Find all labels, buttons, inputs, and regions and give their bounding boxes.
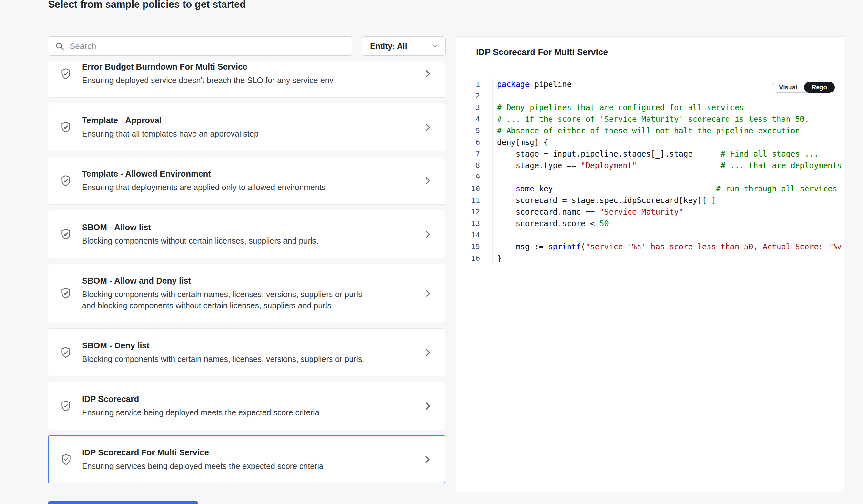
- chevron-right-icon: [423, 288, 433, 298]
- chevron-right-icon: [423, 347, 433, 358]
- chevron-down-icon: [432, 42, 439, 50]
- chevron-right-icon: [422, 454, 433, 465]
- code-line-content: }: [493, 253, 501, 264]
- policy-title: Template - Approval: [82, 115, 403, 126]
- code-line-content: scorecard.name == "Service Maturity": [493, 206, 683, 218]
- policy-text: SBOM - Allow and Deny listBlocking compo…: [82, 275, 403, 311]
- code-editor-lines: 1package pipeline23# Deny pipelines that…: [456, 79, 843, 264]
- policy-description: Ensuring services being deployed meets t…: [82, 461, 366, 472]
- chevron-right-icon: [423, 401, 433, 411]
- code-line: 6deny[msg] {: [456, 137, 843, 148]
- policy-list-item[interactable]: Template - ApprovalEnsuring that all tem…: [48, 103, 445, 151]
- policy-description: Ensuring that deployments are applied on…: [82, 182, 366, 193]
- code-line: 4# ... if the score of 'Service Maturity…: [456, 114, 843, 125]
- chevron-right-icon: [423, 176, 433, 186]
- policy-list-item[interactable]: IDP Scorecard For Multi ServiceEnsuring …: [48, 435, 445, 483]
- code-line: 15 msg := sprintf("service '%s' has scor…: [456, 241, 843, 253]
- code-line-content: stage.type == "Deployment" # ... that ar…: [493, 160, 842, 171]
- line-number: 16: [456, 253, 493, 264]
- policy-title: IDP Scorecard: [82, 393, 403, 404]
- policy-list-item[interactable]: SBOM - Deny listBlocking components with…: [48, 328, 445, 376]
- code-line-content: scorecard = stage.spec.idpScorecard[key]…: [493, 195, 716, 206]
- code-line-content: deny[msg] {: [493, 137, 548, 148]
- line-number: 9: [456, 171, 493, 183]
- policy-list-item[interactable]: SBOM - Allow and Deny listBlocking compo…: [48, 263, 445, 323]
- policy-detail-panel: IDP Scorecard For Multi Service 1package…: [456, 36, 844, 492]
- code-line-content: # ... if the score of 'Service Maturity'…: [493, 114, 809, 125]
- code-line: 3# Deny pipelines that are configured fo…: [456, 102, 843, 114]
- toggle-rego-button[interactable]: Rego: [804, 82, 835, 93]
- code-line: 7 stage = input.pipeline.stages[_].stage…: [456, 148, 843, 160]
- sample-policies-page: Select from sample policies to get start…: [0, 0, 863, 504]
- line-number: 7: [456, 148, 493, 160]
- bottom-partial-button[interactable]: [48, 501, 198, 504]
- line-number: 1: [456, 79, 493, 90]
- chevron-right-icon: [423, 122, 433, 132]
- policy-text: IDP Scorecard For Multi ServiceEnsuring …: [82, 447, 403, 472]
- code-line-content: scorecard.score < 50: [493, 218, 609, 230]
- chevron-right-icon: [423, 69, 433, 79]
- policy-list-item[interactable]: IDP ScorecardEnsuring service being depl…: [48, 382, 445, 430]
- policy-description: Blocking components with certain names, …: [82, 289, 366, 311]
- line-number: 13: [456, 218, 493, 230]
- policy-text: Template - Allowed EnvironmentEnsuring t…: [82, 168, 403, 193]
- code-line-content: some key # run through all services: [493, 183, 837, 195]
- line-number: 14: [456, 230, 493, 241]
- policy-text: SBOM - Deny listBlocking components with…: [82, 340, 403, 365]
- detail-panel-header: IDP Scorecard For Multi Service: [456, 37, 843, 68]
- policy-text: SBOM - Allow listBlocking components wit…: [82, 222, 403, 246]
- policy-list-item[interactable]: Template - Allowed EnvironmentEnsuring t…: [48, 157, 445, 205]
- shield-check-icon: [59, 175, 72, 187]
- policy-title: SBOM - Allow and Deny list: [82, 275, 403, 286]
- shield-check-icon: [59, 67, 72, 80]
- code-line: 14: [456, 230, 843, 241]
- toggle-visual-button[interactable]: Visual: [772, 82, 804, 92]
- code-line-content: [493, 90, 497, 102]
- detail-panel-title: IDP Scorecard For Multi Service: [476, 47, 608, 57]
- code-line: 8 stage.type == "Deployment" # ... that …: [456, 160, 843, 171]
- code-line-content: [493, 171, 497, 183]
- entity-filter-dropdown[interactable]: Entity: All: [362, 36, 446, 56]
- code-line-content: stage = input.pipeline.stages[_].stage #…: [493, 148, 818, 160]
- code-line-content: # Deny pipelines that are configured for…: [493, 102, 744, 114]
- policy-description: Ensuring deployed service doesn't breach…: [82, 75, 366, 86]
- view-mode-toggle: Visual Rego: [772, 82, 835, 93]
- code-editor[interactable]: 1package pipeline23# Deny pipelines that…: [456, 68, 843, 264]
- policy-title: SBOM - Deny list: [82, 340, 403, 351]
- policy-description: Ensuring that all templates have an appr…: [82, 128, 366, 140]
- policy-list-item[interactable]: Error Budget Burndown For Multi ServiceE…: [48, 61, 445, 98]
- policy-description: Ensuring service being deployed meets th…: [82, 407, 366, 418]
- policy-text: IDP ScorecardEnsuring service being depl…: [82, 393, 403, 418]
- policy-text: Template - ApprovalEnsuring that all tem…: [82, 115, 403, 140]
- line-number: 5: [456, 125, 493, 137]
- code-line: 13 scorecard.score < 50: [456, 218, 843, 230]
- code-line-content: package pipeline: [493, 79, 572, 90]
- policy-list-item[interactable]: SBOM - Allow listBlocking components wit…: [48, 210, 445, 258]
- code-line-content: msg := sprintf("service '%s' has score l…: [493, 241, 844, 253]
- policy-description: Blocking components with certain names, …: [82, 353, 366, 365]
- shield-check-icon: [59, 228, 72, 241]
- line-number: 15: [456, 241, 493, 253]
- policy-title: IDP Scorecard For Multi Service: [82, 447, 403, 458]
- search-input[interactable]: [69, 41, 346, 52]
- policy-description: Blocking components without certain lice…: [82, 235, 366, 246]
- policy-title: SBOM - Allow list: [82, 222, 403, 233]
- code-line-content: # Absence of either of these will not ha…: [493, 125, 800, 137]
- code-line: 12 scorecard.name == "Service Maturity": [456, 206, 843, 218]
- code-line: 11 scorecard = stage.spec.idpScorecard[k…: [456, 195, 843, 206]
- policy-list[interactable]: Error Budget Burndown For Multi ServiceE…: [48, 61, 445, 493]
- entity-filter-label: Entity: All: [370, 41, 407, 51]
- policy-title: Error Budget Burndown For Multi Service: [82, 61, 403, 72]
- line-number: 3: [456, 102, 493, 114]
- line-number: 11: [456, 195, 493, 206]
- line-number: 6: [456, 137, 493, 148]
- policy-text: Error Budget Burndown For Multi ServiceE…: [82, 61, 403, 86]
- search-icon: [55, 41, 64, 51]
- line-number: 8: [456, 160, 493, 171]
- search-box[interactable]: [48, 36, 352, 56]
- line-number: 10: [456, 183, 493, 195]
- code-line-content: [493, 230, 497, 241]
- code-line: 9: [456, 171, 843, 183]
- shield-check-icon: [59, 121, 72, 134]
- chevron-right-icon: [423, 229, 433, 240]
